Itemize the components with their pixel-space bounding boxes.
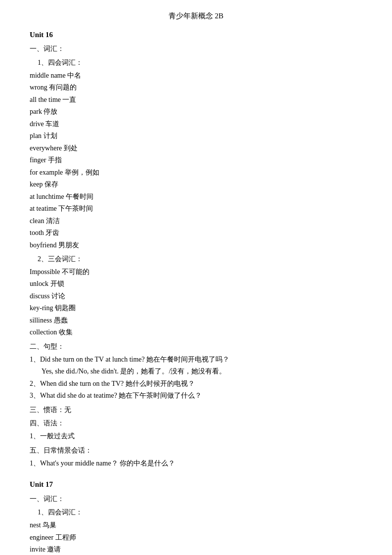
page-container: 青少年新概念 2B Unit 16 一、词汇： 1、四会词汇： middle n…	[30, 10, 362, 555]
unit17-subsec1-heading: 1、四会词汇：	[30, 507, 362, 518]
sentence-item: Yes, she did./No, she didn't. 是的，她看了。/没有…	[30, 366, 362, 378]
page-title: 青少年新概念 2B	[30, 10, 362, 23]
vocab-item: invite 邀请	[30, 544, 362, 555]
unit16-section1-heading: 一、词汇：	[30, 43, 362, 55]
sentence-item: 1、Did she turn on the TV at lunch time? …	[30, 354, 362, 366]
unit-17-block: Unit 17 一、词汇： 1、四会词汇： nest 鸟巢 engineer 工…	[30, 478, 362, 555]
vocab-item: nest 鸟巢	[30, 519, 362, 532]
vocab-item: engineer 工程师	[30, 532, 362, 544]
vocab-item: collection 收集	[30, 326, 362, 339]
unit16-subsec2-heading: 2、三会词汇：	[30, 253, 362, 265]
vocab-item: clean 清洁	[30, 215, 362, 228]
vocab-item: at teatime 下午茶时间	[30, 203, 362, 215]
vocab-item: finger 手指	[30, 154, 362, 167]
unit16-subsec1-heading: 1、四会词汇：	[30, 57, 362, 69]
vocab-item: keep 保存	[30, 179, 362, 191]
vocab-item: middle name 中名	[30, 70, 362, 82]
vocab-item: key-ring 钥匙圈	[30, 302, 362, 315]
vocab-item: drive 车道	[30, 118, 362, 131]
vocab-item: boyfriend 男朋友	[30, 239, 362, 252]
vocab-item: everywhere 到处	[30, 142, 362, 155]
vocab-item: silliness 愚蠢	[30, 315, 362, 327]
vocab-item: wrong 有问题的	[30, 82, 362, 94]
vocab-item: park 停放	[30, 106, 362, 118]
vocab-item: Impossible 不可能的	[30, 266, 362, 278]
grammar-item: 1、一般过去式	[30, 430, 362, 443]
vocab-item: plan 计划	[30, 130, 362, 142]
unit16-vocab-list1: middle name 中名 wrong 有问题的 all the time 一…	[30, 70, 362, 252]
sentence-item: 2、When did she turn on the TV? 她什么时候开的电视…	[30, 378, 362, 390]
unit16-section4-heading: 四、语法：	[30, 417, 362, 429]
unit17-vocab-list1: nest 鸟巢 engineer 工程师 invite 邀请 egg 鸡蛋 ch…	[30, 519, 362, 555]
unit-16-block: Unit 16 一、词汇： 1、四会词汇： middle name 中名 wro…	[30, 29, 362, 470]
unit16-section3-heading: 三、惯语：无	[30, 404, 362, 416]
vocab-item: unlock 开锁	[30, 278, 362, 290]
vocab-item: for example 举例，例如	[30, 167, 362, 179]
unit16-sentences: 1、Did she turn on the TV at lunch time? …	[30, 354, 362, 402]
unit16-section2-heading: 二、句型：	[30, 341, 362, 353]
daily-conversation-item: 1、What's your middle name？ 你的中名是什么？	[30, 458, 362, 470]
unit-16-title: Unit 16	[30, 29, 362, 42]
unit16-vocab-list2: Impossible 不可能的 unlock 开锁 discuss 讨论 key…	[30, 266, 362, 339]
sentence-item: 3、What did she do at teatime? 她在下午茶时间做了什…	[30, 390, 362, 402]
vocab-item: discuss 讨论	[30, 290, 362, 303]
unit16-section5-heading: 五、日常情景会话：	[30, 445, 362, 457]
vocab-item: all the time 一直	[30, 94, 362, 106]
vocab-item: at lunchtime 午餐时间	[30, 191, 362, 203]
unit-17-title: Unit 17	[30, 478, 362, 491]
unit17-section1-heading: 一、词汇：	[30, 493, 362, 505]
vocab-item: tooth 牙齿	[30, 227, 362, 239]
